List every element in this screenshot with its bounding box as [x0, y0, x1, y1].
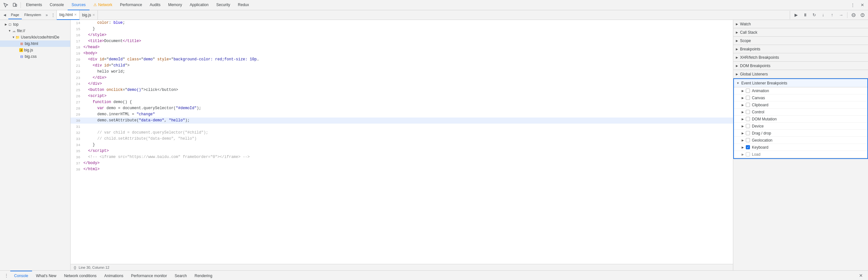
- step-out-icon[interactable]: ↑: [828, 11, 836, 19]
- svg-rect-1: [16, 4, 17, 6]
- more-tools-icon[interactable]: ⋮: [848, 1, 857, 10]
- event-item-control[interactable]: ▶ Control: [734, 109, 867, 116]
- section-watch[interactable]: ▶ Watch: [733, 20, 868, 28]
- event-checkbox-geolocation[interactable]: [746, 138, 750, 142]
- tab-audits[interactable]: Audits: [146, 0, 164, 10]
- event-label-animation: Animation: [752, 89, 769, 93]
- code-line-17: 17 <title>Document</title>: [70, 38, 733, 44]
- bottom-tab-console[interactable]: Console: [10, 271, 32, 280]
- bottom-tab-whatsnew[interactable]: What's New: [32, 271, 60, 280]
- file-tab-bigjs[interactable]: big.js ✕: [80, 10, 98, 20]
- event-arrow-control: ▶: [742, 110, 744, 114]
- code-line-14: 14 color: blue;: [70, 20, 733, 26]
- close-bightml-icon[interactable]: ✕: [74, 13, 77, 17]
- code-line-36: 36 <!-- <iframe src="https://www.baidu.c…: [70, 154, 733, 160]
- tree-item-bightml[interactable]: ⊞ big.html: [0, 40, 70, 47]
- sidebar-more-icon[interactable]: »: [43, 13, 50, 17]
- tree-label-file: file://: [17, 29, 25, 33]
- right-panel: ▶ Watch ▶ Call Stack ▶ Scope ▶ Breakpoin…: [733, 20, 868, 270]
- section-arrow-dom: ▶: [736, 64, 738, 67]
- tab-redux[interactable]: Redux: [234, 0, 253, 10]
- event-item-load[interactable]: ▶ Load: [734, 151, 867, 158]
- step-over-icon[interactable]: ↻: [810, 11, 818, 19]
- code-line-18: 18 </head>: [70, 44, 733, 50]
- section-label-event: Event Listener Breakpoints: [741, 81, 787, 85]
- tree-item-folder[interactable]: ▼ 📁 Users/klx/code/htmlDe: [0, 34, 70, 40]
- line-col-status: Line 30, Column 12: [79, 265, 109, 270]
- event-checkbox-dom-mutation[interactable]: [746, 117, 750, 121]
- section-global-listeners[interactable]: ▶ Global Listeners: [733, 70, 868, 78]
- tab-memory[interactable]: Memory: [164, 0, 186, 10]
- step-into-icon[interactable]: ↓: [819, 11, 827, 19]
- event-item-device[interactable]: ▶ Device: [734, 123, 867, 130]
- section-breakpoints[interactable]: ▶ Breakpoints: [733, 45, 868, 53]
- file-tab-bightml[interactable]: big.html ✕: [57, 10, 80, 20]
- code-status-bar: {} Line 30, Column 12: [70, 264, 733, 270]
- bottom-tab-rendering[interactable]: Rendering: [191, 271, 216, 280]
- code-line-37: 37 </body>: [70, 160, 733, 166]
- event-item-keyboard[interactable]: ▶ Keyboard: [734, 144, 867, 151]
- js-file-icon: J: [19, 48, 23, 52]
- tab-elements[interactable]: Elements: [22, 0, 46, 10]
- event-checkbox-canvas[interactable]: [746, 96, 750, 100]
- bottom-tab-animations[interactable]: Animations: [100, 271, 127, 280]
- show-tree-icon[interactable]: ◀: [1, 11, 8, 19]
- section-label-xhr: XHR/fetch Breakpoints: [740, 55, 779, 60]
- tree-item-bigcss[interactable]: ⊟ big.css: [0, 53, 70, 60]
- event-arrow-geolocation: ▶: [742, 139, 744, 142]
- event-label-keyboard: Keyboard: [752, 145, 768, 150]
- device-icon[interactable]: [10, 1, 19, 10]
- event-checkbox-clipboard[interactable]: [746, 103, 750, 107]
- event-item-geolocation[interactable]: ▶ Geolocation: [734, 137, 867, 144]
- code-line-38: 38 </html>: [70, 166, 733, 172]
- event-item-clipboard[interactable]: ▶ Clipboard: [734, 102, 867, 109]
- event-checkbox-drag-drop[interactable]: [746, 131, 750, 135]
- tree-item-file[interactable]: ▼ ☁ file://: [0, 28, 70, 34]
- event-item-canvas[interactable]: ▶ Canvas: [734, 94, 867, 102]
- event-checkbox-control[interactable]: [746, 110, 750, 114]
- tab-application[interactable]: Application: [186, 0, 213, 10]
- pause-on-exceptions-icon[interactable]: [858, 11, 867, 19]
- inspect-icon[interactable]: [1, 1, 10, 10]
- event-checkbox-keyboard[interactable]: [746, 145, 750, 149]
- step-icon[interactable]: →: [837, 11, 845, 19]
- section-event-listener: ▼ Event Listener Breakpoints ▶ Animation…: [733, 78, 868, 159]
- tab-network[interactable]: ⚠ Network: [90, 0, 116, 10]
- section-event-listener-header[interactable]: ▼ Event Listener Breakpoints: [734, 79, 867, 87]
- bottom-close-icon[interactable]: ✕: [857, 271, 865, 280]
- tab-performance[interactable]: Performance: [116, 0, 146, 10]
- tab-sources[interactable]: Sources: [68, 0, 90, 10]
- event-item-animation[interactable]: ▶ Animation: [734, 87, 867, 94]
- deactivate-breakpoints-icon[interactable]: [849, 11, 858, 19]
- code-line-28: 28 var demo = document.querySelector("#d…: [70, 105, 733, 111]
- section-callstack[interactable]: ▶ Call Stack: [733, 28, 868, 37]
- event-item-dom-mutation[interactable]: ▶ DOM Mutation: [734, 116, 867, 123]
- bottom-tab-search[interactable]: Search: [170, 271, 190, 280]
- bottom-dots-icon[interactable]: ⋮: [3, 273, 10, 278]
- bottom-tab-performance-monitor[interactable]: Performance monitor: [127, 271, 170, 280]
- section-dom-breakpoints[interactable]: ▶ DOM Breakpoints: [733, 62, 868, 70]
- bottom-tab-network-conditions[interactable]: Network conditions: [60, 271, 100, 280]
- section-xhr-breakpoints[interactable]: ▶ XHR/fetch Breakpoints: [733, 53, 868, 62]
- event-item-drag-drop[interactable]: ▶ Drag / drop: [734, 130, 867, 137]
- close-bigjs-icon[interactable]: ✕: [92, 13, 95, 17]
- sidebar-options-icon[interactable]: ⋮: [50, 11, 57, 19]
- tree-item-top[interactable]: ▶ □ top: [0, 21, 70, 28]
- subtab-page[interactable]: Page: [8, 11, 22, 19]
- event-checkbox-device[interactable]: [746, 124, 750, 128]
- event-checkbox-load[interactable]: [746, 152, 750, 157]
- debug-divider: [847, 12, 847, 18]
- subtab-filesystem[interactable]: Filesystem: [22, 11, 44, 19]
- pause-icon[interactable]: ⏸: [801, 11, 809, 19]
- tree-item-bigjs[interactable]: J big.js: [0, 47, 70, 53]
- close-devtools-icon[interactable]: ✕: [858, 1, 867, 10]
- tab-security[interactable]: Security: [212, 0, 234, 10]
- event-arrow-dom-mutation: ▶: [742, 117, 744, 121]
- event-arrow-clipboard: ▶: [742, 103, 744, 107]
- section-scope[interactable]: ▶ Scope: [733, 37, 868, 45]
- event-checkbox-animation[interactable]: [746, 89, 750, 93]
- section-arrow-global: ▶: [736, 73, 738, 76]
- run-icon[interactable]: ▶: [792, 11, 800, 19]
- code-editor[interactable]: 14 color: blue; 15 } 16 </style> 17 <tit…: [70, 20, 733, 264]
- tab-console[interactable]: Console: [46, 0, 68, 10]
